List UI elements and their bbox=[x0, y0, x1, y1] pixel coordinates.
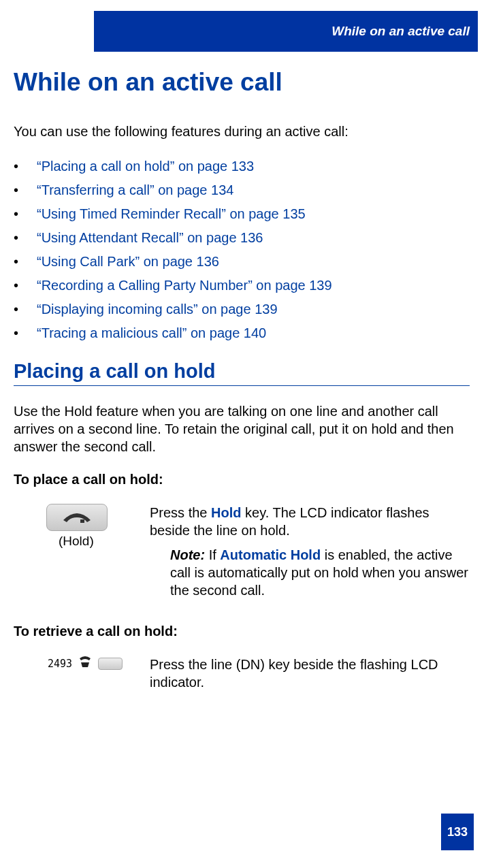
bullet-icon: • bbox=[14, 302, 37, 317]
dn-number: 2493 bbox=[48, 658, 72, 670]
section-heading: Placing a call on hold bbox=[14, 360, 470, 386]
step-text: Press the Hold key. The LCD indicator fl… bbox=[150, 504, 470, 599]
toc-link: “Using Timed Reminder Recall” on page 13… bbox=[37, 206, 306, 222]
section-paragraph: Use the Hold feature when you are talkin… bbox=[14, 402, 470, 455]
page-number-value: 133 bbox=[447, 825, 468, 839]
hold-key-icon bbox=[46, 504, 108, 531]
bullet-icon: • bbox=[14, 278, 37, 293]
text-key: Hold bbox=[211, 505, 241, 520]
phone-handset-icon bbox=[60, 511, 94, 524]
line-button-icon bbox=[98, 658, 123, 670]
page-content: While on an active call You can use the … bbox=[14, 68, 470, 716]
toc-link: “Tracing a malicious call” on page 140 bbox=[37, 325, 266, 341]
phone-icon bbox=[78, 656, 93, 671]
svg-rect-0 bbox=[80, 519, 84, 523]
toc-item[interactable]: •“Using Timed Reminder Recall” on page 1… bbox=[14, 206, 470, 222]
toc-link: “Using Attendant Recall” on page 136 bbox=[37, 230, 263, 246]
step-row: 2493 Press the line (DN) key beside the … bbox=[14, 656, 470, 691]
bullet-icon: • bbox=[14, 230, 37, 246]
page-number: 133 bbox=[441, 814, 474, 850]
bullet-icon: • bbox=[14, 206, 37, 222]
hold-key-label: (Hold) bbox=[59, 534, 150, 549]
text-key: Automatic Hold bbox=[220, 547, 321, 562]
toc-item[interactable]: •“Transferring a call” on page 134 bbox=[14, 182, 470, 198]
text-part: If bbox=[205, 547, 220, 562]
step-text: Press the line (DN) key beside the flash… bbox=[150, 656, 470, 691]
header-title: While on an active call bbox=[331, 24, 470, 39]
line-dn-key-icon: 2493 bbox=[48, 656, 150, 671]
toc-item[interactable]: •“Displaying incoming calls” on page 139 bbox=[14, 302, 470, 317]
toc-list: •“Placing a call on hold” on page 133 •“… bbox=[14, 159, 470, 341]
toc-item[interactable]: •“Placing a call on hold” on page 133 bbox=[14, 159, 470, 174]
page-header: While on an active call bbox=[94, 11, 478, 52]
toc-link: “Using Call Park” on page 136 bbox=[37, 254, 219, 270]
toc-item[interactable]: •“Using Call Park” on page 136 bbox=[14, 254, 470, 270]
bullet-icon: • bbox=[14, 325, 37, 341]
note-label: Note: bbox=[170, 547, 205, 562]
toc-item[interactable]: •“Tracing a malicious call” on page 140 bbox=[14, 325, 470, 341]
bullet-icon: • bbox=[14, 254, 37, 270]
toc-link: “Recording a Calling Party Number” on pa… bbox=[37, 278, 332, 293]
toc-item[interactable]: •“Using Attendant Recall” on page 136 bbox=[14, 230, 470, 246]
procedure-heading: To place a call on hold: bbox=[14, 472, 470, 487]
note-block: Note: If Automatic Hold is enabled, the … bbox=[150, 546, 470, 599]
bullet-icon: • bbox=[14, 182, 37, 198]
icon-column: (Hold) bbox=[14, 504, 150, 549]
step-row: (Hold) Press the Hold key. The LCD indic… bbox=[14, 504, 470, 599]
text-part: Press the line (DN) key beside the flash… bbox=[150, 657, 438, 690]
icon-column: 2493 bbox=[14, 656, 150, 671]
toc-link: “Displaying incoming calls” on page 139 bbox=[37, 302, 278, 317]
toc-link: “Transferring a call” on page 134 bbox=[37, 182, 233, 198]
toc-item[interactable]: •“Recording a Calling Party Number” on p… bbox=[14, 278, 470, 293]
procedure-heading: To retrieve a call on hold: bbox=[14, 624, 470, 639]
page-title: While on an active call bbox=[14, 68, 470, 97]
bullet-icon: • bbox=[14, 159, 37, 174]
intro-paragraph: You can use the following features durin… bbox=[14, 124, 470, 140]
toc-link: “Placing a call on hold” on page 133 bbox=[37, 159, 254, 174]
text-part: Press the bbox=[150, 505, 211, 520]
